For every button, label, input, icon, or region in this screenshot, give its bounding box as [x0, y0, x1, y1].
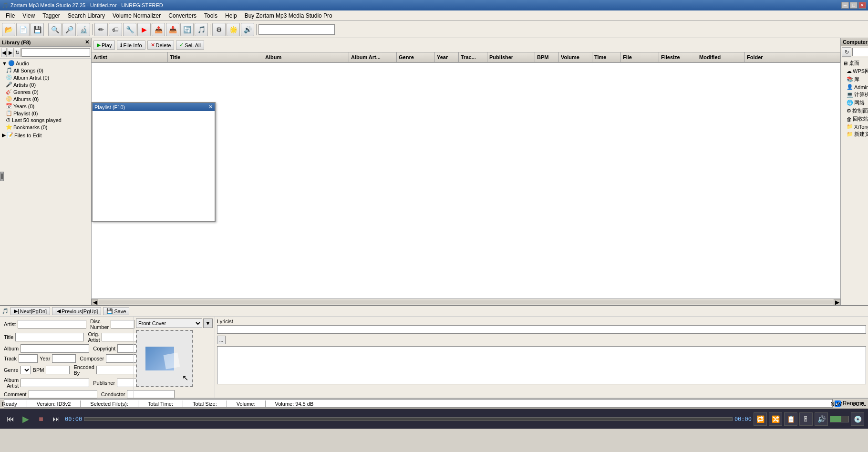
repeat-button[interactable]: 🔁 — [754, 412, 767, 426]
zoom-out-button[interactable]: 🔬 — [77, 23, 90, 36]
bpm-input[interactable] — [46, 366, 70, 374]
year-input[interactable] — [52, 354, 76, 363]
prev-button[interactable]: |◀ Previous[PgUp] — [52, 307, 101, 315]
col-album-art[interactable]: Album Art... — [349, 52, 397, 62]
disc-number-input[interactable] — [111, 320, 134, 329]
progress-bar[interactable] — [84, 417, 733, 421]
lib-refresh-button[interactable]: ↻ — [15, 48, 21, 57]
tree-recycle[interactable]: 🗑 回收站 — [846, 115, 868, 123]
menu-search-library[interactable]: Search Library — [64, 11, 109, 20]
equalizer-button[interactable]: 🎚 — [799, 412, 813, 426]
scroll-track[interactable] — [99, 300, 833, 304]
find-button[interactable]: 🔎 — [62, 23, 76, 36]
artist-input[interactable] — [18, 320, 86, 329]
info-button[interactable]: 💿 — [851, 412, 864, 426]
col-folder[interactable]: Folder — [745, 52, 840, 62]
tree-library[interactable]: 📚 库 — [846, 75, 868, 83]
col-genre[interactable]: Genre — [397, 52, 435, 62]
menu-view[interactable]: View — [19, 11, 39, 20]
computer-refresh-button[interactable]: ↻ — [842, 47, 851, 57]
lib-back-button[interactable]: ◀ — [1, 48, 7, 57]
tag-auto-button[interactable]: 🔧 — [123, 23, 136, 36]
horizontal-scrollbar[interactable]: ◀ ▶ — [92, 298, 840, 305]
logo-button[interactable]: 🌟 — [227, 23, 240, 36]
library-close-button[interactable]: ✕ — [85, 39, 89, 45]
scroll-left-button[interactable]: ◀ — [92, 299, 98, 306]
volume-control[interactable]: 🔊 — [815, 412, 828, 426]
minimize-button[interactable]: ─ — [841, 2, 849, 9]
title-input[interactable] — [15, 333, 84, 341]
track-input[interactable] — [19, 354, 38, 363]
scroll-right-button[interactable]: ▶ — [834, 299, 840, 306]
lib-forward-button[interactable]: ▶ — [8, 48, 13, 57]
menu-tools[interactable]: Tools — [200, 11, 221, 20]
settings-button[interactable]: ⚙ — [212, 23, 226, 36]
tree-wps[interactable]: ☁ WPS网盘 — [846, 67, 868, 75]
col-modified[interactable]: Modified — [697, 52, 745, 62]
tree-item-playlist[interactable]: 📋 Playlist (0) — [5, 110, 90, 117]
close-button[interactable]: ✕ — [858, 2, 866, 9]
youtube-button[interactable]: ▶ — [137, 23, 151, 36]
cover-type-select[interactable]: Front Cover Back Cover Artist Other — [136, 318, 202, 328]
cover-area[interactable] — [136, 330, 193, 387]
play-special-button[interactable]: 🎵 — [195, 23, 208, 36]
tree-item-files-to-edit[interactable]: ▶ 📝 Files to Edit — [1, 132, 90, 139]
lyricist-textarea[interactable] — [217, 346, 866, 384]
tag-button[interactable]: 🏷 — [109, 23, 122, 36]
delete-button[interactable]: ✕ Delete — [147, 41, 175, 50]
col-track[interactable]: Trac... — [459, 52, 487, 62]
search-button[interactable]: 🔍 — [48, 23, 62, 36]
tree-administrator[interactable]: 👤 Administrator — [846, 83, 868, 91]
menu-help[interactable]: Help — [221, 11, 241, 20]
lyricist-action-button[interactable]: ... — [217, 336, 226, 344]
album-input[interactable] — [21, 344, 89, 353]
toolbar-search-input[interactable] — [258, 24, 335, 35]
save-button[interactable]: 💾 — [31, 23, 44, 36]
select-all-button[interactable]: ✓ Sel. All — [176, 41, 204, 50]
computer-search-input[interactable] — [852, 48, 868, 56]
album-artist-input[interactable] — [21, 379, 89, 387]
maximize-button[interactable]: □ — [850, 2, 858, 9]
import-button[interactable]: 📥 — [166, 23, 179, 36]
resize-handle[interactable] — [0, 172, 4, 181]
play-main-button[interactable]: ▶ — [19, 412, 32, 426]
lyricist-input[interactable] — [217, 325, 866, 334]
volume-button[interactable]: 🔊 — [241, 23, 254, 36]
export-button[interactable]: 📤 — [152, 23, 165, 36]
tag-save-button[interactable]: 💾 Save — [103, 307, 129, 315]
playlist-header[interactable]: Playlist (F10) ✕ — [93, 103, 215, 111]
rewind-button[interactable]: ⏮ — [4, 412, 17, 426]
shuffle-button[interactable]: 🔀 — [769, 412, 782, 426]
fastforward-button[interactable]: ⏭ — [50, 412, 63, 426]
file-info-button[interactable]: ℹ File Info — [117, 41, 145, 50]
col-title[interactable]: Title — [168, 52, 263, 62]
volume-slider[interactable] — [830, 416, 849, 422]
next-button[interactable]: ▶| Next[PgDn] — [10, 307, 50, 315]
tree-item-years[interactable]: 📅 Years (0) — [5, 103, 90, 110]
col-filesize[interactable]: Filesize — [659, 52, 697, 62]
tree-item-genres[interactable]: 🎸 Genres (0) — [5, 88, 90, 95]
col-year[interactable]: Year — [435, 52, 459, 62]
tree-xitonghijia[interactable]: 📁 XiTongZhiJia — [846, 123, 868, 130]
menu-buy[interactable]: Buy Zortam Mp3 Media Studio Pro — [241, 11, 336, 20]
col-volume[interactable]: Volume — [559, 52, 592, 62]
col-file[interactable]: File — [621, 52, 659, 62]
tree-new-folder[interactable]: 📁 新建文件夹 — [846, 130, 868, 138]
col-time[interactable]: Time — [592, 52, 621, 62]
tree-item-all-songs[interactable]: 🎵 All Songs (0) — [5, 67, 90, 74]
edit-button[interactable]: ✏ — [94, 23, 108, 36]
tree-control-panel[interactable]: ⚙ 控制面板 — [846, 107, 868, 115]
tree-desktop[interactable]: 🖥 桌面 — [842, 59, 868, 67]
tree-item-albums[interactable]: 📀 Albums (0) — [5, 95, 90, 103]
menu-file[interactable]: File — [2, 11, 19, 20]
playlist-btn[interactable]: 📋 — [784, 412, 797, 426]
convert-button[interactable]: 🔄 — [180, 23, 194, 36]
open-file-button[interactable]: 📄 — [16, 23, 30, 36]
tree-item-artists[interactable]: 🎤 Artists (0) — [5, 81, 90, 88]
play-button[interactable]: ▶ Play — [93, 41, 115, 50]
tree-network[interactable]: 🌐 网络 — [846, 99, 868, 107]
tree-computer[interactable]: 💻 计算机 — [846, 91, 868, 99]
title-bar-controls[interactable]: ─ □ ✕ — [841, 2, 866, 9]
menu-tagger[interactable]: Tagger — [39, 11, 64, 20]
tree-item-album-artist[interactable]: 💿 Album Artist (0) — [5, 74, 90, 81]
